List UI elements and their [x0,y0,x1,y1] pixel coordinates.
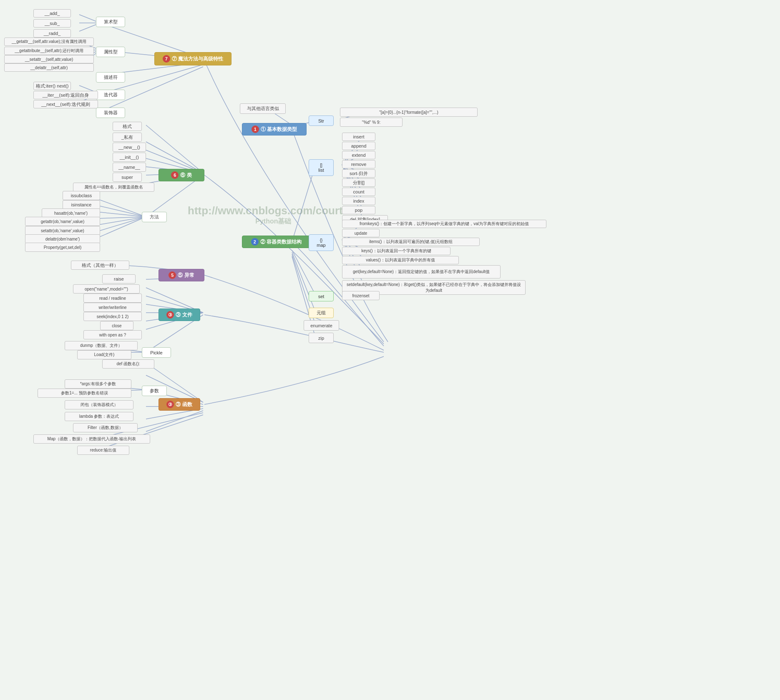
str-format2-leaf: "%d" % 9: [340,118,403,127]
closure-leaf: 闭包（装饰器模式） [65,400,133,409]
svg-line-44 [146,142,203,173]
list-node: [] list [309,159,334,176]
section-magic: 7 ⑦ 魔法方法与高级特性 [154,52,231,65]
section-container: 2 ② 容器类数据结构 [242,236,311,248]
svg-line-77 [146,411,203,432]
insert-leaf: insert [342,133,375,141]
index-leaf: index [342,197,375,205]
super-leaf: super [113,173,142,182]
property-leaf: Property(get,set,del) [25,243,100,252]
open-leaf: open("name",model="") [73,284,140,294]
str-node: Str [309,115,334,126]
next-self-leaf: __next__(self):迭代规则 [33,100,98,108]
getattr-leaf: __getattr__(self,attr.value);没有属性调用 [4,38,94,46]
map-func-leaf: Map（函数，数据）：把数据代入函数-输出列表 [33,434,150,444]
raise-leaf: raise [102,274,136,284]
section-exception: 5 ⑤ 异常 [159,269,204,281]
tuple-node: 元组 [309,308,334,318]
svg-line-25 [292,252,315,311]
args-leaf: *args:有很多个参数 [65,379,131,389]
dunmp-leaf: dunmp（数据、文件） [65,341,138,350]
extend-leaf: extend [342,151,375,159]
attribute-node: 属性型 [96,47,125,57]
remove-leaf: remove [342,160,375,168]
sub-leaf: __sub_ [33,19,71,28]
private-leaf: _私有 [113,133,142,142]
param-node: 参数 [142,386,167,396]
seek-leaf: seek(index,0 1 2) [83,312,142,321]
map-node: {} map [309,234,334,251]
svg-line-70 [146,363,203,402]
mindmap-canvas: http://www.cnblogs.com/courtier/ Python基… [0,0,780,700]
enumerate-node: enumerate [304,320,339,331]
count-leaf: count [342,188,375,196]
iter-self-leaf: __iter__(self):返回自身 [33,91,98,99]
lambda-leaf: lambda 参数：表达式 [65,412,133,421]
append-leaf: append [342,142,375,150]
def-func-leaf: def 函数名(): [102,359,154,369]
radd-leaf: __radd_ [33,29,71,38]
load-leaf: Load(文件) [77,350,131,359]
write-leaf: writer/writerline [83,303,142,312]
init-leaf: __init__() [113,153,146,162]
new-leaf: __new__() [113,143,146,152]
fmt-other-leaf: 格式（其他一样） [71,261,129,270]
similar-node: 与其他语言类似 [240,103,286,114]
getattr-m-leaf: getattr(ob,'name',value) [25,217,100,226]
zip-node: zip [309,333,334,343]
values-leaf: values()：以列表返回字典中的所有值 [342,256,459,264]
format-leaf: 格式 [113,122,142,131]
fmt-iter-leaf: 格式:iter() next() [33,82,71,90]
read-leaf: read / readline [83,294,142,303]
svg-line-23 [292,250,315,294]
decorator-node: 装饰器 [96,108,125,118]
pickle-node: Pickle [142,347,171,358]
add-leaf: __add_ [33,9,71,18]
delattr-m-leaf: delattr(obm'name') [25,234,100,243]
section-function: ③ ③ 函数 [159,398,200,411]
items-leaf: items()：以列表返回可遍历的(键,值)元组数组 [342,238,480,246]
sort-leaf: sort-归并 [342,169,375,178]
name-leaf: __name__ [113,163,146,172]
params1-leaf: 参数1=... 预防参数名错误 [38,389,131,398]
isinstance-leaf: isinstance [63,200,100,209]
iterator-node: 迭代器 [96,90,125,100]
section-basic-types: 1 ① 基本数据类型 [242,123,307,135]
section-file: ③ ③ 文件 [159,309,200,321]
setattr-m-leaf: setattr(ob,'name',value) [25,226,100,235]
setattr-leaf: __setattr__(self,attr,value) [4,55,94,63]
update-leaf: update [342,229,380,237]
delattr-leaf: __delattr__(self,attr) [4,63,94,72]
getattribute-leaf: __getattribute__(self,attr);还行时调用 [4,47,94,55]
hasattr-leaf: hasattr(ob,'name') [42,208,100,218]
with-open-leaf: with open as ? [83,330,142,339]
pop-leaf: pop [342,206,375,214]
watermark: http://www.cnblogs.com/courtier/ Python基… [188,204,359,226]
frozenset-leaf: frozenset [342,291,380,300]
attr-eq-func-leaf: 属性名==函数名，则覆盖函数名 [73,183,154,192]
fromkeys-leaf: fromkeys()：创建一个新字典，以序列seq中元素做字典的键，val为字典… [342,220,546,228]
filter-leaf: Filter（函数,数据） [73,423,138,432]
arithmetic-node: 算术型 [96,17,125,27]
issubclass-leaf: issubclass [63,191,100,200]
descriptor-node: 描述符 [96,72,125,83]
method-node: 方法 [142,212,167,222]
svg-line-43 [146,125,203,173]
str-format1-leaf: "[a]={0}...{n-1}"formate([a]="",...) [340,108,478,117]
close-leaf: close [100,321,133,330]
get-leaf: get(key,default=None)：返回指定键的值，如果值不在字典中返回… [342,265,501,278]
section-class: 6 ⑥ 类 [159,169,204,181]
slice-leaf: 分割[] [342,178,375,187]
set-node: set [309,291,334,301]
reduce-leaf: reduce:输出值 [77,446,129,455]
keys-leaf: keys()：以列表返回一个字典所有的键 [342,247,450,255]
